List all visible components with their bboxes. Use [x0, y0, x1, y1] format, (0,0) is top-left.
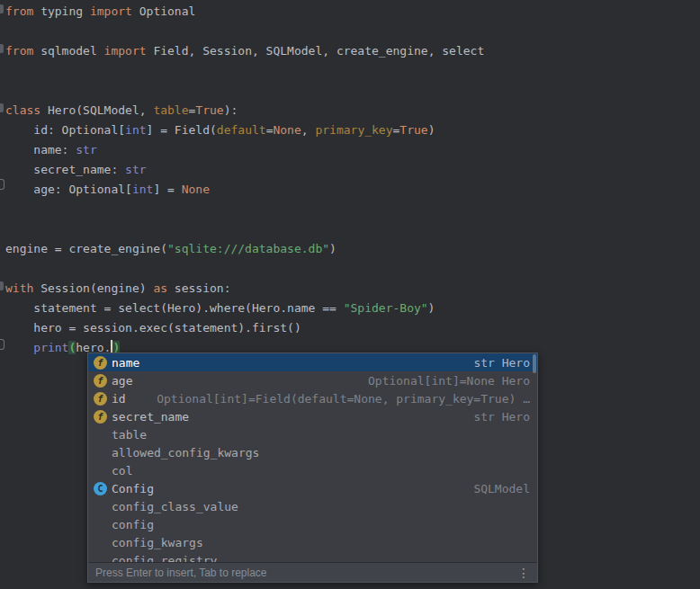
code-line: hero = session.exec(statement).first() [5, 318, 700, 338]
code-token: ) [428, 123, 435, 137]
code-token: from [5, 44, 33, 58]
code-token: statement = select(Hero).where(Hero.name… [5, 301, 344, 315]
gutter-mark [0, 4, 4, 13]
code-token: sqlmodel [33, 44, 103, 58]
code-token: "sqlite:///database.db" [167, 242, 329, 255]
code-line: id: Optional[int] = Field(default=None, … [5, 120, 700, 140]
completion-type-hint: SQLModel [464, 482, 530, 495]
completion-item-id[interactable]: fidOptional[int]=Field(default=None, pri… [88, 389, 537, 407]
completion-item-secret_name[interactable]: fsecret_namestr Hero [88, 407, 537, 425]
icon-spacer [94, 506, 112, 507]
code-line [5, 219, 700, 239]
code-line: engine = create_engine("sqlite:///databa… [5, 239, 700, 259]
icon-spacer [94, 560, 112, 561]
field-icon: f [94, 356, 107, 370]
icon-spacer [94, 542, 112, 543]
completion-list: fnamestr HerofageOptional[int]=None Hero… [88, 353, 537, 562]
code-token: "Spider-Boy" [344, 301, 428, 315]
code-token: Field, Session, SQLModel, create_engine,… [147, 44, 485, 58]
code-token: ) [428, 301, 435, 315]
code-token: session: [167, 281, 230, 295]
completion-label: Config [112, 482, 154, 495]
code-token: from [5, 4, 33, 18]
completion-label: config_registry [112, 554, 217, 563]
completion-label: col [112, 464, 132, 477]
completion-item-name[interactable]: fnamestr Hero [88, 353, 537, 371]
icon-spacer [94, 452, 112, 453]
completion-label: name [112, 356, 139, 370]
code-token: Hero(SQLModel, [40, 103, 153, 117]
code-token: str [76, 143, 96, 156]
completion-label: table [112, 428, 147, 442]
code-line: with Session(engine) as session: [5, 279, 700, 299]
code-token: True [195, 103, 223, 117]
completion-item-config_registry[interactable]: config_registry [88, 551, 537, 562]
code-line: statement = select(Hero).where(Hero.name… [5, 299, 700, 318]
more-options-icon[interactable]: ⋮ [517, 567, 530, 579]
completion-label: secret_name [112, 410, 189, 424]
completion-hint: Press Enter to insert, Tab to replace [95, 567, 267, 579]
completion-item-col[interactable]: col [88, 461, 537, 479]
completion-type-hint: str Hero [464, 356, 530, 370]
code-token: ) [329, 242, 337, 255]
gutter-mark [0, 103, 4, 112]
code-token: name: [5, 143, 76, 156]
code-token: primary_key [315, 123, 392, 137]
code-token: int [132, 183, 153, 196]
completion-item-age[interactable]: fageOptional[int]=None Hero [88, 371, 537, 389]
class-icon: C [94, 482, 107, 495]
popup-scrollbar[interactable] [533, 354, 536, 373]
code-token: with [5, 281, 33, 295]
code-line: name: str [5, 140, 700, 160]
completion-item-config_class_value[interactable]: config_class_value [88, 497, 537, 515]
gutter-mark [0, 281, 4, 290]
code-token: True [399, 123, 427, 137]
field-icon: f [94, 392, 107, 406]
completion-item-config[interactable]: config [88, 515, 537, 533]
code-token: str [125, 163, 146, 176]
completion-item-Config[interactable]: CConfigSQLModel [88, 479, 537, 497]
code-token: import [104, 44, 147, 58]
code-token: ): [224, 103, 238, 117]
gutter-mark [0, 44, 4, 53]
code-token [5, 341, 33, 354]
code-token: typing [33, 4, 90, 18]
completion-type-hint: str Hero [464, 410, 530, 424]
icon-spacer [94, 470, 112, 471]
field-icon: f [94, 374, 107, 388]
completion-label: config_class_value [112, 500, 238, 513]
completion-label: age [112, 374, 132, 388]
completion-item-table[interactable]: table [88, 425, 537, 443]
completion-type-hint: Optional[int]=None Hero [359, 374, 530, 388]
code-token: ] = [153, 183, 181, 196]
code-token: print [33, 341, 68, 354]
code-token: as [153, 281, 167, 295]
completion-type-hint: Optional[int]=Field(default=None, primar… [148, 392, 530, 406]
code-token: engine = create_engine( [5, 242, 167, 255]
code-line [5, 200, 700, 219]
code-line [5, 81, 700, 101]
code-token: Session(engine) [33, 281, 153, 295]
code-line: from sqlmodel import Field, Session, SQL… [5, 41, 700, 61]
code-line: from typing import Optional [5, 2, 700, 22]
code-token: hero = session.exec(statement).first() [5, 321, 301, 335]
code-token: id: Optional[ [5, 123, 125, 137]
code-line [5, 22, 700, 41]
code-token: age: Optional[ [5, 183, 132, 196]
icon-spacer [94, 524, 112, 525]
field-icon: f [94, 410, 107, 424]
completion-label: config_kwargs [112, 536, 203, 549]
completion-popup: fnamestr HerofageOptional[int]=None Hero… [87, 353, 538, 583]
gutter-bookmark-icon [0, 339, 4, 350]
completion-item-allowed_config_kwargs[interactable]: allowed_config_kwargs [88, 443, 537, 461]
code-token: Optional [132, 4, 195, 18]
completion-label: id [112, 392, 126, 406]
code-token: import [90, 4, 132, 18]
completion-item-config_kwargs[interactable]: config_kwargs [88, 533, 537, 551]
code-line: age: Optional[int] = None [5, 180, 700, 200]
code-token: class [5, 103, 40, 117]
code-line [5, 61, 700, 81]
code-token: , [301, 123, 316, 137]
code-line: class Hero(SQLModel, table=True): [5, 101, 700, 120]
code-line [5, 259, 700, 279]
